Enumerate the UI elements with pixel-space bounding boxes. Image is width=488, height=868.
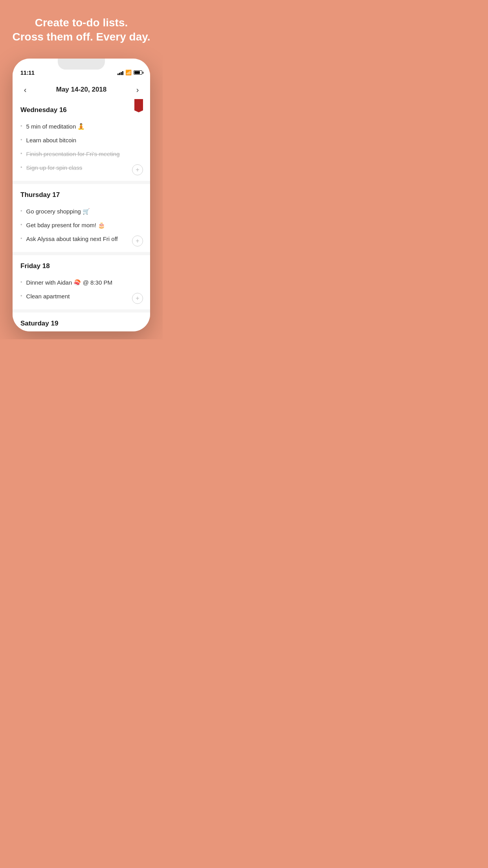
day-header-friday: Friday 18 (20, 262, 142, 270)
list-item: • Clean apartment (20, 289, 142, 303)
todo-text: Ask Alyssa about taking next Fri off (26, 235, 142, 243)
bullet-icon: • (20, 235, 22, 242)
bookmark-icon (134, 99, 143, 112)
todo-text: Get bday present for mom! 🎂 (26, 221, 142, 229)
list-item: • Finish presentation for Fri's meeting (20, 147, 142, 161)
bullet-icon: • (20, 164, 22, 171)
bullet-icon: • (20, 123, 22, 130)
todo-text: Learn about bitcoin (26, 136, 142, 144)
list-item: • Dinner with Aidan 🍣 @ 8:30 PM (20, 276, 142, 289)
prev-week-button[interactable]: ‹ (20, 85, 31, 94)
day-card-saturday: Saturday 19 (13, 313, 150, 331)
phone-mockup: 11:11 📶 ‹ May 14-20, 2018 › Wednesday 16 (13, 59, 150, 331)
todo-text: 5 min of meditation 🧘 (26, 122, 142, 131)
list-item: • Sign up for spin class (20, 161, 142, 175)
day-header-saturday: Saturday 19 (20, 320, 142, 327)
bullet-icon: • (20, 279, 22, 286)
bullet-icon: • (20, 292, 22, 300)
bullet-icon: • (20, 136, 22, 143)
day-card-wednesday: Wednesday 16 • 5 min of meditation 🧘 • L… (13, 99, 150, 181)
add-task-button-friday[interactable]: + (132, 293, 143, 304)
list-item: • Ask Alyssa about taking next Fri off (20, 232, 142, 246)
day-card-friday: Friday 18 • Dinner with Aidan 🍣 @ 8:30 P… (13, 255, 150, 309)
plus-icon: + (136, 238, 139, 244)
day-header-wednesday: Wednesday 16 (20, 106, 142, 114)
notch (58, 59, 105, 70)
bullet-icon: • (20, 208, 22, 215)
days-list: Wednesday 16 • 5 min of meditation 🧘 • L… (13, 99, 150, 331)
plus-icon: + (136, 295, 139, 302)
wifi-icon: 📶 (125, 70, 132, 75)
week-title: May 14-20, 2018 (56, 86, 107, 94)
bullet-icon: • (20, 150, 22, 157)
list-item: • Learn about bitcoin (20, 133, 142, 147)
list-item: • Go grocery shopping 🛒 (20, 204, 142, 218)
next-week-button[interactable]: › (132, 85, 143, 94)
signal-icon (117, 70, 123, 75)
status-time: 11:11 (20, 70, 35, 76)
status-icons: 📶 (117, 70, 142, 75)
todo-text: Dinner with Aidan 🍣 @ 8:30 PM (26, 278, 142, 287)
todo-text: Go grocery shopping 🛒 (26, 207, 142, 215)
battery-icon (134, 70, 142, 75)
headline-line2: Cross them off. Every day. (12, 31, 150, 43)
list-item: • 5 min of meditation 🧘 (20, 120, 142, 133)
status-bar: 11:11 📶 (13, 59, 150, 82)
day-header-thursday: Thursday 17 (20, 191, 142, 199)
battery-fill (134, 71, 140, 74)
todo-text-done: Sign up for spin class (26, 164, 142, 172)
todo-text-done: Finish presentation for Fri's meeting (26, 150, 142, 158)
list-item: • Get bday present for mom! 🎂 (20, 218, 142, 232)
week-nav: ‹ May 14-20, 2018 › (13, 82, 150, 99)
bullet-icon: • (20, 221, 22, 228)
add-task-button-thursday[interactable]: + (132, 235, 143, 246)
headline: Create to-do lists. Cross them off. Ever… (4, 16, 158, 59)
headline-line1: Create to-do lists. (35, 17, 128, 29)
add-task-button-wednesday[interactable]: + (132, 164, 143, 175)
todo-text: Clean apartment (26, 292, 142, 300)
plus-icon: + (136, 167, 139, 173)
day-card-thursday: Thursday 17 • Go grocery shopping 🛒 • Ge… (13, 184, 150, 252)
